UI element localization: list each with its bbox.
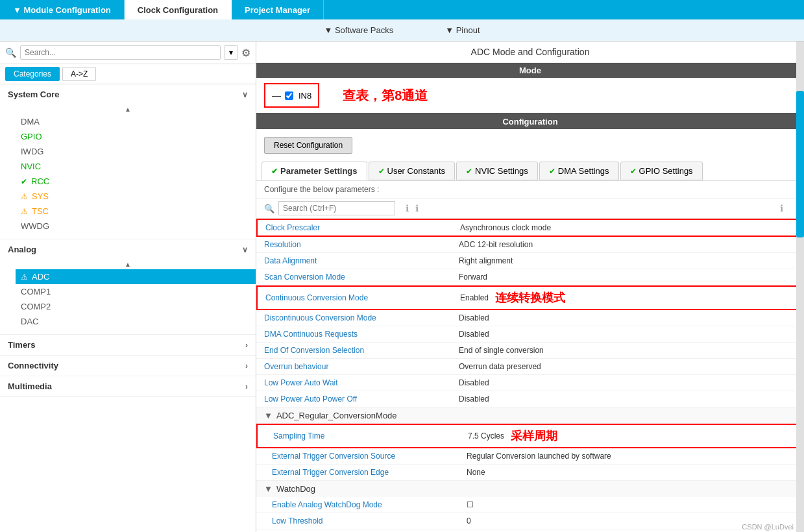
mode-content: — IN8 查表，第8通道 <box>256 78 804 114</box>
section-timers-header[interactable]: Timers › <box>0 335 256 355</box>
software-packs-nav[interactable]: ▼ Software Packs <box>324 25 393 35</box>
sidebar-item-sys[interactable]: ⚠ SYS <box>16 189 256 204</box>
check-icon-dma: ✔ <box>549 167 555 176</box>
section-connectivity-header[interactable]: Connectivity › <box>0 356 256 376</box>
param-row-data-alignment[interactable]: Data Alignment Right alignment <box>256 253 804 269</box>
secondary-nav: ▼ Software Packs ▼ Pinout <box>0 19 804 42</box>
param-value-sampling-time: 7.5 Cycles <box>468 431 504 441</box>
section-analog-header[interactable]: Analog ∨ <box>0 239 256 260</box>
warning-icon-tsc: ⚠ <box>21 207 28 216</box>
param-row-resolution[interactable]: Resolution ADC 12-bit resolution <box>256 237 804 253</box>
param-row-scan-conversion[interactable]: Scan Conversion Mode Forward <box>256 269 804 285</box>
param-name-ext-trigger-source: External Trigger Conversion Source <box>272 452 467 461</box>
param-row-enable-analog-watchdog[interactable]: Enable Analog WatchDog Mode ☐ <box>256 497 804 513</box>
sidebar-item-tsc[interactable]: ⚠ TSC <box>16 204 256 219</box>
tab-parameter-settings[interactable]: ✔ Parameter Settings <box>262 162 367 180</box>
nav-clock-config[interactable]: Clock Configuration <box>125 0 232 19</box>
param-row-clock-prescaler[interactable]: Clock Prescaler Asynchronous clock mode <box>256 219 804 237</box>
param-row-end-of-conversion[interactable]: End Of Conversion Selection End of singl… <box>256 343 804 359</box>
section-timers: Timers › <box>0 335 256 356</box>
section-connectivity: Connectivity › <box>0 356 256 376</box>
system-core-items: DMA GPIO IWDG NVIC ✔ RCC <box>0 114 256 239</box>
mode-dash-row: — <box>272 88 281 103</box>
analog-items: ⚠ ADC COMP1 COMP2 DAC <box>0 269 256 334</box>
param-row-ext-trigger-edge[interactable]: External Trigger Conversion Edge None <box>256 465 804 481</box>
param-value-end-conversion: End of single conversion <box>459 346 544 355</box>
param-value-low-threshold: 0 <box>467 516 471 526</box>
param-row-dma-continuous[interactable]: DMA Continuous Requests Disabled <box>256 326 804 343</box>
group-watchdog[interactable]: ▼ WatchDog <box>256 481 804 497</box>
tab-categories[interactable]: Categories <box>5 67 60 81</box>
sidebar-item-adc[interactable]: ⚠ ADC <box>16 269 256 284</box>
pinout-nav[interactable]: ▼ Pinout <box>445 25 480 35</box>
mode-annotation: 查表，第8通道 <box>343 87 428 104</box>
param-name-sampling-time: Sampling Time <box>273 431 468 441</box>
in8-checkbox[interactable] <box>285 91 293 100</box>
sidebar-item-dac[interactable]: DAC <box>16 314 256 329</box>
settings-icon[interactable]: ⚙ <box>241 47 250 59</box>
tab-user-constants[interactable]: ✔ User Constants <box>369 162 456 180</box>
params-table: Clock Prescaler Asynchronous clock mode … <box>256 219 804 529</box>
param-row-overrun[interactable]: Overrun behaviour Overrun data preserved <box>256 359 804 375</box>
param-row-low-power-power-off[interactable]: Low Power Auto Power Off Disabled <box>256 391 804 407</box>
param-name-end-conversion: End Of Conversion Selection <box>264 346 459 355</box>
section-multimedia-header[interactable]: Multimedia › <box>0 376 256 396</box>
param-row-sampling-time[interactable]: Sampling Time 7.5 Cycles 采样周期 <box>256 424 804 448</box>
param-row-ext-trigger-source[interactable]: External Trigger Conversion Source Regul… <box>256 448 804 465</box>
sidebar-item-gpio[interactable]: GPIO <box>16 129 256 144</box>
sidebar-item-comp1[interactable]: COMP1 <box>16 284 256 299</box>
chevron-analog-icon: ∨ <box>242 245 248 254</box>
sidebar-item-dma[interactable]: DMA <box>16 114 256 129</box>
mode-in8-row[interactable]: IN8 <box>285 89 311 103</box>
warning-icon: ⚠ <box>21 192 28 201</box>
sidebar-item-wwdg[interactable]: WWDG <box>16 219 256 234</box>
nav-module-config[interactable]: ▼ Module Configuration <box>0 0 125 19</box>
check-icon-user: ✔ <box>378 167 385 176</box>
section-system-core-header[interactable]: System Core ∨ <box>0 84 256 104</box>
tab-nvic-settings[interactable]: ✔ NVIC Settings <box>456 162 538 180</box>
param-value-low-power-power-off: Disabled <box>459 394 489 404</box>
params-info-icon-1: ℹ <box>406 203 409 213</box>
param-row-low-threshold[interactable]: Low Threshold 0 <box>256 513 804 529</box>
param-name-continuous-conversion: Continuous Conversion Mode <box>265 293 460 302</box>
param-value-data-alignment: Right alignment <box>459 256 513 265</box>
params-search-input[interactable] <box>278 201 395 215</box>
param-name-clock-prescaler: Clock Prescaler <box>265 223 460 232</box>
param-value-enable-analog-watchdog: ☐ <box>467 500 474 509</box>
param-row-discontinuous-conversion[interactable]: Discontinuous Conversion Mode Disabled <box>256 310 804 326</box>
params-search-icon: 🔍 <box>264 204 274 213</box>
content-title: ADC Mode and Configuration <box>256 42 804 63</box>
param-name-data-alignment: Data Alignment <box>264 256 459 265</box>
tab-dma-settings[interactable]: ✔ DMA Settings <box>539 162 619 180</box>
param-name-enable-analog-watchdog: Enable Analog WatchDog Mode <box>272 500 467 509</box>
scroll-up-arrow: ▲ <box>0 104 256 114</box>
params-label: Configure the below parameters : <box>256 181 804 199</box>
group-adc-regular[interactable]: ▼ ADC_Regular_ConversionMode <box>256 407 804 424</box>
watermark: CSDN @LuDvei <box>742 523 794 531</box>
sidebar-item-nvic[interactable]: NVIC <box>16 159 256 174</box>
check-icon-gpio: ✔ <box>630 167 637 176</box>
check-icon: ✔ <box>21 177 27 186</box>
section-system-core: System Core ∨ ▲ DMA GPIO IWDG NVIC <box>0 84 256 239</box>
top-nav: ▼ Module Configuration Clock Configurati… <box>0 0 804 19</box>
param-value-resolution: ADC 12-bit resolution <box>459 240 533 249</box>
params-info-icon-right: ℹ <box>780 203 783 213</box>
param-row-low-power-wait[interactable]: Low Power Auto Wait Disabled <box>256 375 804 391</box>
sidebar-search-bar: 🔍 ▾ ⚙ <box>0 42 256 64</box>
warning-icon-adc: ⚠ <box>21 272 28 282</box>
reset-config-button[interactable]: Reset Configuration <box>264 137 352 154</box>
tab-gpio-settings[interactable]: ✔ GPIO Settings <box>620 162 703 180</box>
mode-section-header: Mode <box>256 63 804 78</box>
right-scrollbar[interactable] <box>796 42 804 532</box>
param-name-low-power-wait: Low Power Auto Wait <box>264 378 459 387</box>
search-input[interactable] <box>20 45 221 60</box>
sidebar-item-comp2[interactable]: COMP2 <box>16 299 256 314</box>
search-dropdown[interactable]: ▾ <box>225 45 238 60</box>
nav-project-manager[interactable]: Project Manager <box>232 0 324 19</box>
tab-az[interactable]: A->Z <box>62 67 96 81</box>
param-row-continuous-conversion[interactable]: Continuous Conversion Mode Enabled 连续转换模… <box>256 285 804 310</box>
sidebar-item-rcc[interactable]: ✔ RCC <box>16 174 256 189</box>
sidebar-item-iwdg[interactable]: IWDG <box>16 144 256 159</box>
sidebar-content: System Core ∨ ▲ DMA GPIO IWDG NVIC <box>0 84 256 532</box>
scrollbar-thumb <box>796 91 804 238</box>
